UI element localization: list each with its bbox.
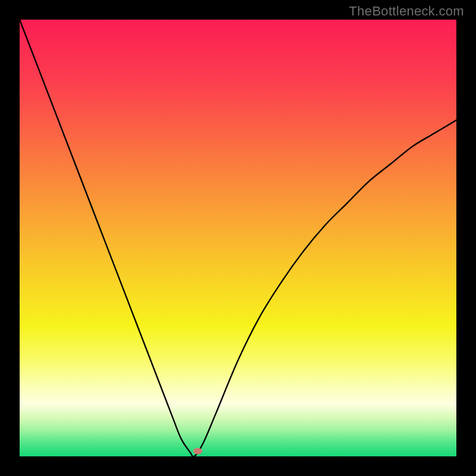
watermark-text: TheBottleneck.com — [349, 4, 464, 19]
chart-frame: TheBottleneck.com — [0, 0, 476, 476]
bottleneck-chart — [20, 20, 456, 456]
gradient-background — [20, 20, 456, 456]
plot-area — [20, 20, 456, 456]
optimum-marker — [193, 448, 202, 455]
